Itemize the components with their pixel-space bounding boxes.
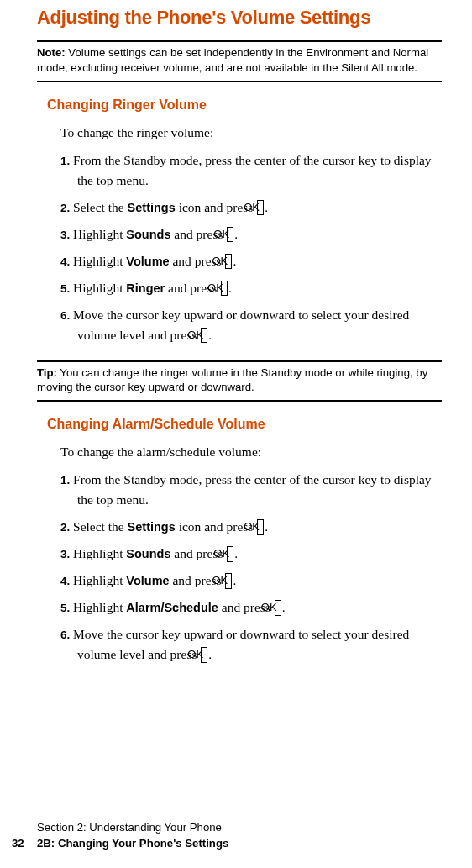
section1-heading: Changing Ringer Volume: [47, 97, 442, 113]
step-number: 6.: [60, 629, 73, 641]
list-item: 1. From the Standby mode, press the cent…: [60, 150, 442, 191]
bold-term: Sounds: [126, 547, 170, 560]
footer-subsection: 2B: Changing Your Phone's Settings: [37, 837, 228, 850]
ok-key-icon: OK: [225, 254, 232, 269]
step-number: 3.: [60, 548, 73, 560]
step-number: 3.: [60, 229, 73, 241]
list-item: 2. Select the Settings icon and press OK…: [60, 197, 442, 218]
ok-key-icon: OK: [225, 573, 232, 588]
section2-intro: To change the alarm/schedule volume:: [60, 444, 442, 461]
tip-box: Tip: You can change the ringer volume in…: [37, 360, 442, 402]
list-item: 5. Highlight Alarm/Schedule and press OK…: [60, 597, 442, 618]
list-item: 4. Highlight Volume and press OK.: [60, 251, 442, 271]
step-number: 2.: [60, 521, 73, 534]
list-item: 3. Highlight Sounds and press OK.: [60, 224, 442, 245]
bold-term: Volume: [126, 255, 169, 268]
tip-text: You can change the ringer volume in the …: [37, 366, 427, 394]
ok-key-icon: OK: [257, 200, 264, 215]
step-number: 1.: [60, 155, 73, 167]
step-number: 6.: [60, 309, 73, 322]
bold-term: Settings: [128, 520, 176, 534]
page-footer: Section 2: Understanding Your Phone 322B…: [37, 820, 228, 851]
ok-key-icon: OK: [221, 281, 228, 296]
note-text: Volume settings can be set independently…: [37, 46, 428, 74]
step-number: 5.: [60, 602, 73, 614]
bold-term: Alarm/Schedule: [126, 601, 218, 614]
section1-steps: 1. From the Standby mode, press the cent…: [60, 150, 442, 345]
section2-steps: 1. From the Standby mode, press the cent…: [60, 470, 442, 665]
list-item: 6. Move the cursor key upward or downwar…: [60, 624, 442, 665]
section2-heading: Changing Alarm/Schedule Volume: [47, 417, 442, 432]
step-number: 4.: [60, 575, 73, 587]
ok-key-icon: OK: [257, 519, 264, 534]
bold-term: Volume: [126, 574, 169, 587]
ok-key-icon: OK: [227, 546, 233, 561]
ok-key-icon: OK: [201, 328, 207, 343]
ok-key-icon: OK: [275, 600, 281, 615]
list-item: 5. Highlight Ringer and press OK.: [60, 278, 442, 298]
step-number: 1.: [60, 474, 73, 487]
step-number: 5.: [60, 282, 73, 295]
list-item: 6. Move the cursor key upward or downwar…: [60, 305, 442, 345]
list-item: 3. Highlight Sounds and press OK.: [60, 544, 442, 564]
section1-intro: To change the ringer volume:: [60, 124, 442, 142]
bold-term: Settings: [128, 201, 176, 214]
bold-term: Ringer: [126, 281, 165, 295]
ok-key-icon: OK: [201, 647, 207, 662]
tip-label: Tip:: [37, 366, 57, 379]
page-title: Adjusting the Phone's Volume Settings: [37, 7, 442, 29]
note-box: Note: Volume settings can be set indepen…: [37, 40, 442, 82]
list-item: 2. Select the Settings icon and press OK…: [60, 517, 442, 537]
list-item: 1. From the Standby mode, press the cent…: [60, 470, 442, 510]
bold-term: Sounds: [126, 228, 170, 241]
note-label: Note:: [37, 46, 66, 59]
ok-key-icon: OK: [227, 227, 233, 242]
list-item: 4. Highlight Volume and press OK.: [60, 571, 442, 591]
step-number: 4.: [60, 255, 73, 268]
footer-section: Section 2: Understanding Your Phone: [37, 820, 228, 835]
step-number: 2.: [60, 202, 73, 214]
footer-page-number: 32: [12, 836, 37, 851]
